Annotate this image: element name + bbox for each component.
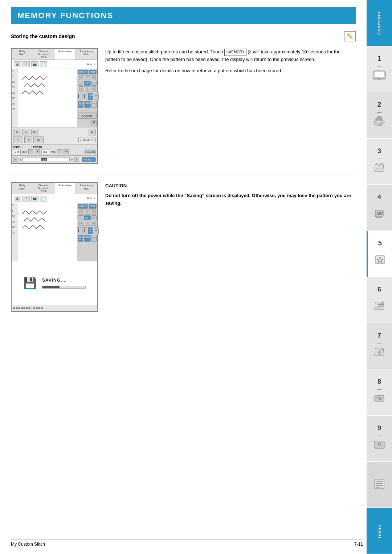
scroll-down[interactable]: ▲ — [91, 101, 97, 108]
description-para1: Up to fifteen custom stitch patterns can… — [105, 48, 356, 64]
sidebar-tab-ch3[interactable]: 3 — — [367, 139, 392, 185]
ch7-icon — [372, 345, 386, 359]
arrow-dr[interactable]: ↘ — [91, 86, 96, 91]
saving-arrow-up[interactable]: ↑ — [85, 209, 90, 215]
saving-vlines-row: | | POINTDELETE ▲ — [78, 227, 97, 234]
saving-screen-panel: UtilityStitch CharacterDecorativeStitch … — [11, 182, 98, 311]
saving-block-move[interactable]: BLOCKMOVE — [78, 235, 83, 242]
ch8-num: 8 — [377, 378, 381, 386]
length-plus-btn[interactable]: + — [64, 149, 69, 154]
sidebar-tab-ch4[interactable]: 4 — ABC — [367, 185, 392, 231]
screen-bottom: Ω ✂ ⊞☆ 🧵 T ◁ 4lk □ MEMORY — [12, 127, 97, 144]
sidebar-tab-notes[interactable] — [367, 462, 392, 508]
icon-arrow2[interactable]: ◁ — [24, 137, 32, 143]
saving-arrow-down[interactable]: ↓ — [85, 221, 90, 226]
saving-arrow-left[interactable]: ← — [78, 215, 83, 220]
s-ruler-10: 10 — [12, 215, 17, 217]
arrow-dl[interactable]: ↙ — [79, 86, 84, 91]
icon-omega[interactable]: Ω — [13, 129, 21, 135]
tab-embroidery-edit[interactable]: EmbroideryEdit — [76, 49, 97, 60]
saving-arrow-ur[interactable]: ↗ — [91, 209, 96, 215]
screen-panel-1: UtilityStitch CharacterDecorativeStitch … — [11, 48, 98, 164]
saving-tab-embroidery-edit[interactable]: EmbroideryEdit — [76, 183, 97, 194]
scroll-up[interactable]: ▲ — [94, 93, 99, 100]
delete-btn[interactable]: DELETE — [84, 150, 96, 154]
tension-plus-btn[interactable]: + — [74, 157, 79, 162]
tab-utility[interactable]: UtilityStitch — [12, 49, 33, 60]
saving-icon-scissors: ✂ — [90, 197, 93, 200]
saving-input-btn[interactable]: INPUT — [78, 204, 88, 209]
insert-btn[interactable]: INSERT — [84, 101, 91, 108]
set-btn[interactable]: SET — [84, 81, 91, 86]
saving-content: 💾 SAVING... — [12, 261, 97, 305]
section-title: Storing the custom design ✏️ — [11, 31, 356, 43]
arrow-right[interactable]: → — [91, 81, 97, 86]
ch1-dash: — — [377, 64, 381, 68]
reedit-btn[interactable]: RE-EDIT — [82, 157, 96, 162]
dot1 — [13, 307, 15, 309]
saving-icons-row: 🖨 ? 📺 📄 N ✂ ↕ — [12, 194, 97, 203]
saving-arrow-dl[interactable]: ↙ — [79, 221, 84, 226]
block-move-btn[interactable]: BLOCKMOVE — [78, 101, 83, 108]
svg-point-16 — [379, 398, 381, 400]
saving-icon-doc: 📄 — [40, 196, 47, 201]
icon-pattern[interactable]: 🧵 — [88, 129, 96, 135]
arrow-down[interactable]: ↓ — [85, 86, 90, 91]
saving-scroll-up[interactable]: ▲ — [94, 227, 99, 234]
sidebar-tab-ch1[interactable]: 1 — — [367, 46, 392, 92]
ch3-num: 3 — [377, 147, 381, 155]
saving-tab-embroidery[interactable]: Embroidery — [54, 183, 76, 194]
icon-scissors: ✂ — [90, 63, 93, 66]
sidebar-tab-contents[interactable]: CONTENTS — [367, 0, 392, 46]
delete-label[interactable]: DELETE — [84, 150, 96, 154]
saving-arrow-ul[interactable]: ↖ — [79, 209, 84, 215]
sidebar-tab-ch9[interactable]: 9 — ?! — [367, 416, 392, 462]
y-btn[interactable]: Ÿ — [91, 120, 97, 126]
screen-canvas — [18, 69, 77, 127]
sidebar-tab-index[interactable]: Index — [367, 508, 392, 554]
width-length-area: WIDTH LENGTH 7.0 mm − + 3.0 mm — [12, 144, 97, 155]
point-delete-btn[interactable]: POINTDELETE — [88, 93, 93, 100]
svg-point-3 — [379, 79, 380, 80]
saving-set-btn[interactable]: SET — [84, 215, 91, 220]
width-plus-btn[interactable]: + — [35, 149, 40, 154]
saving-dots — [13, 307, 30, 309]
tension-minus-btn[interactable]: − — [13, 157, 18, 162]
sidebar-tab-ch8[interactable]: 8 — — [367, 369, 392, 415]
sidebar-tab-ch5[interactable]: 5 — — [367, 231, 392, 277]
arrow-left[interactable]: ← — [78, 81, 83, 86]
saving-tab-character[interactable]: CharacterDecorativeStitch — [33, 183, 54, 194]
saving-icon-display: 📺 — [31, 196, 38, 201]
width-unit: mm — [22, 150, 27, 154]
saving-arrow-dr[interactable]: ↘ — [91, 221, 96, 226]
saving-insert[interactable]: INSERT — [84, 235, 91, 242]
saving-arrow-right[interactable]: → — [91, 215, 97, 220]
length-label: LENGTH — [32, 146, 42, 148]
saving-right-buttons: INPUT EDIT ↖ ↑ ↗ ← SET → — [77, 203, 97, 261]
vlines-row: | | POINTDELETE ▲ — [78, 93, 97, 100]
close-btn[interactable]: CLOSE — [78, 113, 97, 119]
icon-t[interactable]: T — [13, 137, 23, 143]
sidebar-tab-ch7[interactable]: 7 — — [367, 323, 392, 369]
sidebar-tab-ch6[interactable]: 6 — — [367, 277, 392, 323]
tab-character[interactable]: CharacterDecorativeStitch — [33, 49, 54, 60]
icon-grid[interactable]: ⊞☆ — [31, 129, 39, 135]
arrow-ur[interactable]: ↗ — [91, 75, 96, 80]
s-ruler-0: 0 — [12, 204, 17, 207]
saving-point-delete[interactable]: POINTDELETE — [88, 227, 93, 234]
icon-scissors2[interactable]: ✂ — [22, 129, 30, 135]
description-para2: Refer to the next page for details on ho… — [105, 67, 356, 75]
sidebar-tab-ch2[interactable]: 2 — — [367, 92, 392, 138]
memory-btn[interactable]: □ MEMORY — [78, 138, 96, 142]
width-minus-btn[interactable]: − — [28, 149, 33, 154]
arrow-up[interactable]: ↑ — [85, 75, 90, 80]
saving-edit-btn[interactable]: EDIT — [89, 204, 97, 209]
saving-scroll-down[interactable]: ▲ — [91, 235, 97, 242]
input-btn[interactable]: INPUT — [78, 70, 88, 74]
length-minus-btn[interactable]: − — [57, 149, 62, 154]
icon-4ik[interactable]: 4lk — [33, 137, 44, 143]
edit-btn[interactable]: EDIT — [89, 70, 97, 74]
tab-embroidery[interactable]: Embroidery — [54, 49, 76, 60]
arrow-ul[interactable]: ↖ — [79, 75, 84, 80]
saving-tab-utility[interactable]: UtilityStitch — [12, 183, 33, 194]
